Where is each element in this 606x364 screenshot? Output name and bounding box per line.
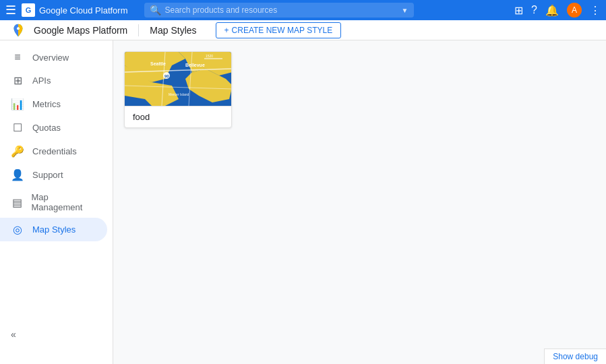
search-input[interactable] <box>165 5 399 15</box>
support-icon: 👤 <box>11 169 24 181</box>
maps-logo <box>11 23 26 38</box>
search-bar[interactable]: 🔍 ▼ <box>144 3 414 18</box>
sidebar-label-metrics: Metrics <box>32 99 61 109</box>
apis-icon: ⊞ <box>11 74 24 87</box>
debug-bar[interactable]: Show debug <box>544 348 606 364</box>
sidebar-item-support[interactable]: 👤 Support <box>0 163 107 187</box>
create-icon: + <box>224 26 229 35</box>
credentials-icon: 🔑 <box>11 145 24 158</box>
separator <box>138 24 139 36</box>
metrics-icon: 📊 <box>11 98 24 111</box>
sidebar-label-quotas: Quotas <box>32 123 61 133</box>
sidebar: ≡ Overview ⊞ APIs 📊 Metrics ☐ Quotas 🔑 C… <box>0 40 113 364</box>
help-icon[interactable]: ? <box>531 4 537 16</box>
search-dropdown-icon[interactable]: ▼ <box>402 7 408 14</box>
google-logo-icon: G <box>22 3 35 17</box>
collapse-icon: « <box>11 329 16 340</box>
map-management-icon: ▤ <box>11 196 23 209</box>
bell-icon[interactable]: 🔔 <box>545 4 559 17</box>
quotas-icon: ☐ <box>11 121 24 134</box>
sidebar-item-credentials[interactable]: 🔑 Credentials <box>0 140 107 163</box>
svg-text:Seattle: Seattle <box>150 61 166 66</box>
create-label: CREATE NEW MAP STYLE <box>232 26 333 35</box>
sidebar-label-credentials: Credentials <box>32 146 77 156</box>
secondbar-title: Google Maps Platform <box>34 25 127 36</box>
secondbar: Google Maps Platform Map Styles + CREATE… <box>0 20 606 40</box>
sidebar-label-support: Support <box>32 170 63 180</box>
topbar-title: Google Cloud Platform <box>39 5 128 16</box>
sidebar-item-overview[interactable]: ≡ Overview <box>0 46 107 69</box>
map-card-label: food <box>125 106 231 127</box>
overview-icon: ≡ <box>11 51 24 63</box>
account-icon[interactable]: A <box>567 3 582 18</box>
menu-icon[interactable]: ☰ <box>5 3 16 18</box>
map-thumbnail: Seattle Bellevue Mercer Island 90 1520 <box>125 52 232 106</box>
sidebar-label-map-management: Map Management <box>31 192 96 212</box>
map-preview-svg: Seattle Bellevue Mercer Island 90 1520 <box>125 52 232 106</box>
topbar-logo: G Google Cloud Platform <box>22 3 128 17</box>
sidebar-item-map-styles[interactable]: ◎ Map Styles <box>0 218 107 241</box>
topbar-actions: ⊞ ? 🔔 A ⋮ <box>514 3 601 18</box>
sidebar-item-map-management[interactable]: ▤ Map Management <box>0 187 107 218</box>
search-icon: 🔍 <box>150 5 161 16</box>
grid-icon[interactable]: ⊞ <box>514 4 523 17</box>
debug-label: Show debug <box>553 352 598 361</box>
sidebar-item-apis[interactable]: ⊞ APIs <box>0 69 107 92</box>
topbar: ☰ G Google Cloud Platform 🔍 ▼ ⊞ ? 🔔 A ⋮ <box>0 0 606 20</box>
sidebar-item-quotas[interactable]: ☐ Quotas <box>0 116 107 140</box>
sidebar-label-apis: APIs <box>32 75 51 86</box>
sidebar-item-metrics[interactable]: 📊 Metrics <box>0 92 107 116</box>
sidebar-collapse-button[interactable]: « <box>0 324 113 345</box>
sidebar-label-map-styles: Map Styles <box>32 224 75 235</box>
svg-text:Mercer Island: Mercer Island <box>169 92 189 96</box>
map-styles-icon: ◎ <box>11 223 24 236</box>
layout: ≡ Overview ⊞ APIs 📊 Metrics ☐ Quotas 🔑 C… <box>0 40 606 364</box>
create-map-style-button[interactable]: + CREATE NEW MAP STYLE <box>216 22 342 38</box>
sidebar-label-overview: Overview <box>32 53 69 63</box>
map-style-card[interactable]: Seattle Bellevue Mercer Island 90 1520 f… <box>124 51 232 128</box>
svg-text:Bellevue: Bellevue <box>185 63 205 67</box>
more-icon[interactable]: ⋮ <box>590 4 601 17</box>
main-content: Seattle Bellevue Mercer Island 90 1520 f… <box>113 40 606 364</box>
secondbar-page: Map Styles <box>150 25 196 36</box>
svg-text:1520: 1520 <box>206 54 213 58</box>
svg-text:90: 90 <box>164 74 169 78</box>
